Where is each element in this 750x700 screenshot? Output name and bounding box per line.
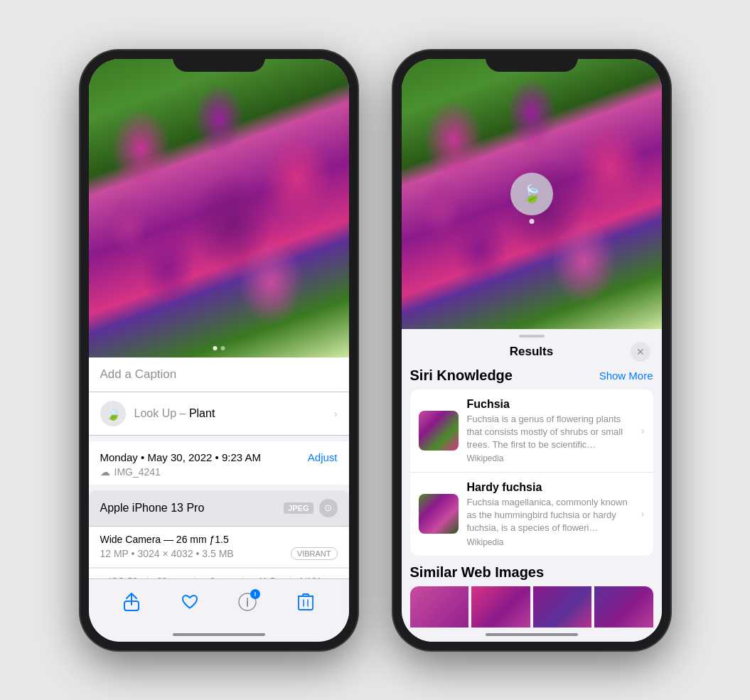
camera-header: Apple iPhone 13 Pro JPEG ⊙ [89,490,349,527]
camera-detail: Wide Camera — 26 mm ƒ1.5 12 MP • 3024 × … [89,527,349,568]
right-home-bar [486,633,578,636]
hardy-fuchsia-chevron-icon: › [641,508,645,519]
web-images-header: Similar Web Images [410,564,653,581]
wide-camera-label: Wide Camera — 26 mm ƒ1.5 [100,534,338,545]
hardy-fuchsia-text: Hardy fuchsia Fuchsia magellanica, commo… [467,481,633,547]
camera-name: Apple iPhone 13 Pro [100,502,205,515]
page-dot-1 [213,346,217,350]
fuchsia-source: Wikipedia [467,453,633,463]
visual-search-button[interactable]: 🍃 [510,173,553,215]
fuchsia-thumb-image [419,411,459,451]
hardy-thumb-image [419,494,459,534]
mp-text: 12 MP • 3024 × 4032 • 3.5 MB [100,548,234,559]
right-home-indicator [402,628,662,642]
info-area: Add a Caption 🍃 Look Up – Plant › Monday… [89,357,349,578]
show-more-button[interactable]: Show More [599,370,653,382]
favorite-button[interactable] [176,588,204,616]
photo-display[interactable] [89,59,349,357]
phones-container: Add a Caption 🍃 Look Up – Plant › Monday… [80,50,670,650]
camera-section: Apple iPhone 13 Pro JPEG ⊙ Wide Camera —… [89,490,349,578]
caption-field[interactable]: Add a Caption [89,357,349,392]
results-panel: Results ✕ Siri Knowledge Show More [402,329,662,642]
knowledge-item-hardy-fuchsia[interactable]: Hardy fuchsia Fuchsia magellanica, commo… [410,473,653,556]
location-row: ☁ IMG_4241 [100,466,338,478]
fuchsia-text: Fuchsia Fuchsia is a genus of flowering … [467,398,633,464]
fuchsia-thumbnail [419,411,459,451]
vibrant-badge: VIBRANT [291,547,338,560]
info-badge [250,589,260,599]
share-button[interactable] [117,588,146,616]
info-button[interactable] [233,588,262,616]
right-phone: 🍃 Results ✕ Siri Knowledge Show More [393,50,670,650]
caption-placeholder: Add a Caption [100,367,177,381]
filename: IMG_4241 [114,466,161,478]
left-screen: Add a Caption 🍃 Look Up – Plant › Monday… [89,59,349,642]
web-image-1[interactable] [410,586,469,628]
web-image-3[interactable] [533,586,592,628]
lookup-label: Look Up – Plant [134,407,215,420]
knowledge-item-fuchsia[interactable]: Fuchsia Fuchsia is a genus of flowering … [410,389,653,473]
location-settings-icon[interactable]: ⊙ [319,499,338,517]
lookup-row[interactable]: 🍃 Look Up – Plant › [89,392,349,436]
fuchsia-name: Fuchsia [467,398,633,411]
results-close-button[interactable]: ✕ [631,342,650,362]
knowledge-card: Fuchsia Fuchsia is a genus of flowering … [410,389,653,556]
page-dot-2 [220,346,225,350]
web-image-4[interactable] [594,586,653,628]
siri-knowledge-header: Siri Knowledge Show More [410,367,653,384]
hardy-fuchsia-desc: Fuchsia magellanica, commonly known as t… [467,496,633,535]
svg-rect-10 [299,596,313,610]
bottom-toolbar [89,578,349,628]
mp-row: 12 MP • 3024 × 4032 • 3.5 MB VIBRANT [100,547,338,560]
home-indicator [89,628,349,642]
web-image-2[interactable] [471,586,530,628]
flower-image [89,59,349,357]
home-bar [173,633,265,636]
results-content: Siri Knowledge Show More Fuchsia Fuchsia… [402,365,662,628]
siri-knowledge-title: Siri Knowledge [410,367,513,384]
web-images-title: Similar Web Images [410,564,545,581]
hardy-fuchsia-source: Wikipedia [467,537,633,547]
left-phone: Add a Caption 🍃 Look Up – Plant › Monday… [80,50,358,650]
results-title: Results [510,345,553,359]
results-header: Results ✕ [402,338,662,365]
web-images-row [410,586,653,628]
web-images-section: Similar Web Images [410,564,653,628]
fuchsia-desc: Fuchsia is a genus of flowering plants t… [467,413,633,452]
delete-button[interactable] [291,588,320,616]
cloud-icon: ☁ [100,466,110,478]
right-photo-display[interactable]: 🍃 [402,59,662,329]
lookup-chevron-icon: › [334,408,338,419]
exif-row: ISO 50 26 mm 0 ev ƒ1.5 1/181 s [89,568,349,578]
date-section: Monday • May 30, 2022 • 9:23 AM Adjust ☁… [89,441,349,485]
adjust-button[interactable]: Adjust [308,451,338,463]
lookup-icon: 🍃 [100,401,126,426]
fuchsia-chevron-icon: › [641,425,645,436]
visual-search-dot [529,219,534,224]
page-indicator [213,346,225,350]
format-badge: JPEG [284,502,313,514]
hardy-fuchsia-name: Hardy fuchsia [467,481,633,494]
date-text: Monday • May 30, 2022 • 9:23 AM [100,451,261,463]
right-screen: 🍃 Results ✕ Siri Knowledge Show More [402,59,662,642]
date-row: Monday • May 30, 2022 • 9:23 AM Adjust [100,451,338,463]
hardy-fuchsia-thumbnail [419,494,459,534]
